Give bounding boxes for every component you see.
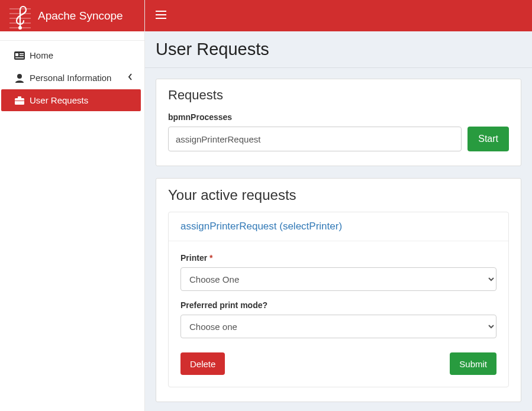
svg-rect-13 [18,96,21,99]
hamburger-icon[interactable] [156,9,166,22]
brand: Apache Syncope [0,0,144,31]
brand-title: Apache Syncope [38,9,123,22]
nav: Home Personal Information User Requests [0,40,144,112]
briefcase-icon [13,96,26,105]
active-request-item-title[interactable]: assignPrinterRequest (selectPrinter) [180,221,342,232]
required-mark: * [209,253,212,263]
chevron-left-icon [128,73,133,82]
start-button[interactable]: Start [467,127,509,151]
sidebar-item-home[interactable]: Home [1,44,141,66]
sidebar: Apache Syncope Home Personal Information [0,0,145,411]
active-request-item: assignPrinterRequest (selectPrinter) Pri… [168,212,509,387]
svg-rect-10 [15,57,24,59]
submit-button[interactable]: Submit [450,352,496,375]
user-icon [13,73,26,83]
requests-panel: Requests bpmnProcesses Start [156,79,521,166]
print-mode-label: Preferred print mode? [180,300,496,310]
delete-button[interactable]: Delete [180,352,225,375]
sidebar-item-label: Home [30,50,133,60]
svg-rect-9 [20,55,24,56]
svg-rect-17 [156,18,166,19]
active-requests-panel: Your active requests assignPrinterReques… [156,178,521,402]
svg-rect-16 [156,14,166,15]
bpmn-process-input[interactable] [168,127,462,151]
svg-rect-14 [15,101,24,101]
print-mode-select[interactable]: Choose one [180,315,496,338]
svg-rect-12 [15,98,24,105]
sidebar-item-label: Personal Information [30,73,128,83]
requests-panel-title: Requests [168,88,509,103]
sidebar-item-user-requests[interactable]: User Requests [1,89,141,111]
printer-select[interactable]: Choose One [180,267,496,291]
page-title: User Requests [156,40,521,59]
svg-rect-15 [156,11,166,12]
page-title-bar: User Requests [145,31,532,68]
active-requests-title: Your active requests [168,187,509,203]
svg-rect-8 [20,53,24,54]
svg-point-11 [17,74,22,79]
svg-point-5 [18,26,22,30]
id-card-icon [13,51,26,60]
bpmn-processes-label: bpmnProcesses [168,112,509,122]
brand-logo-icon [8,2,32,30]
printer-label: Printer * [180,253,496,263]
svg-rect-7 [15,53,18,56]
sidebar-item-label: User Requests [30,95,133,105]
main: User Requests Requests bpmnProcesses Sta… [145,0,532,411]
sidebar-item-personal-information[interactable]: Personal Information [1,67,141,89]
topbar [145,0,532,31]
